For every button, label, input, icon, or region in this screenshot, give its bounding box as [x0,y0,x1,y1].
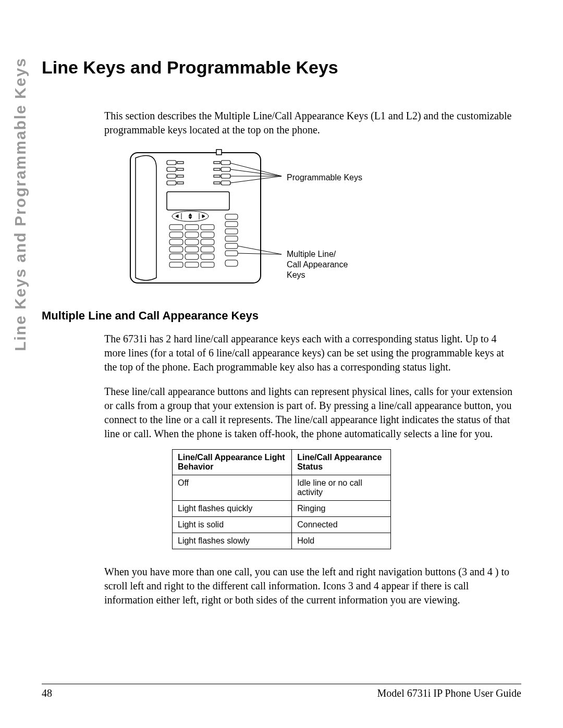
svg-rect-32 [185,246,199,252]
svg-rect-30 [201,239,214,245]
table-row: Light is solid Connected [173,517,391,533]
svg-rect-24 [201,225,214,230]
svg-rect-14 [214,175,220,177]
guide-title: Model 6731i IP Phone User Guide [377,687,521,699]
svg-rect-27 [201,232,214,238]
svg-rect-4 [167,167,176,171]
svg-rect-31 [169,246,183,252]
svg-rect-43 [225,236,238,241]
table-cell: Light flashes quickly [173,501,292,517]
callout-line-keys: Multiple Line/ Call Appearance Keys [287,249,348,280]
svg-rect-36 [201,254,214,260]
svg-rect-35 [185,254,199,260]
svg-rect-22 [169,225,183,230]
svg-rect-11 [221,161,230,165]
svg-rect-38 [185,262,199,267]
svg-rect-29 [185,239,199,245]
svg-rect-46 [225,260,238,266]
callout-programmable-keys: Programmable Keys [287,172,362,183]
svg-rect-40 [225,214,238,219]
svg-rect-25 [169,232,183,238]
table-cell: Light flashes slowly [173,533,292,549]
svg-rect-33 [201,246,214,252]
svg-rect-12 [214,168,220,170]
svg-rect-39 [201,262,214,267]
table-cell: Light is solid [173,517,292,533]
svg-rect-34 [169,254,183,260]
svg-rect-5 [177,168,183,170]
intro-paragraph: This section describes the Multiple Line… [104,109,516,137]
svg-rect-3 [177,162,183,164]
subheading: Multiple Line and Call Appearance Keys [42,309,521,323]
svg-rect-2 [167,161,176,165]
table-header-2: Line/Call Appearance Status [292,450,391,475]
phone-diagram: Programmable Keys Multiple Line/ Call Ap… [125,147,417,288]
svg-rect-10 [214,162,220,164]
svg-rect-8 [167,181,176,185]
svg-rect-1 [216,150,222,155]
table-header-row: Line/Call Appearance Light Behavior Line… [173,450,391,475]
svg-rect-6 [167,174,176,178]
table-cell: Idle line or no call activity [292,475,391,501]
page-footer: 48 Model 6731i IP Phone User Guide [42,684,521,699]
footer-divider [42,684,521,684]
table-cell: Connected [292,517,391,533]
table-row: Light flashes slowly Hold [173,533,391,549]
svg-rect-15 [221,174,230,178]
table-cell: Ringing [292,501,391,517]
svg-rect-42 [225,229,238,234]
light-behavior-table: Line/Call Appearance Light Behavior Line… [172,449,391,549]
svg-rect-26 [185,232,199,238]
svg-rect-41 [225,221,238,227]
table-header-1: Line/Call Appearance Light Behavior [173,450,292,475]
svg-rect-18 [167,192,229,210]
phone-illustration [125,147,282,288]
svg-rect-37 [169,262,183,267]
svg-rect-7 [177,175,183,177]
svg-rect-9 [177,182,183,184]
page-number: 48 [42,687,52,699]
svg-rect-44 [225,243,238,249]
svg-rect-45 [225,251,238,256]
svg-rect-13 [221,167,230,171]
svg-rect-17 [221,181,230,185]
paragraph-3: When you have more than one call, you ca… [104,565,516,607]
svg-rect-16 [214,182,220,184]
table-row: Off Idle line or no call activity [173,475,391,501]
svg-rect-28 [169,239,183,245]
table-cell: Hold [292,533,391,549]
sidebar-section-label: Line Keys and Programmable Keys [11,57,29,351]
table-cell: Off [173,475,292,501]
paragraph-2: These line/call appearance buttons and l… [104,385,516,441]
paragraph-1: The 6731i has 2 hard line/call appearanc… [104,332,516,374]
svg-rect-23 [185,225,199,230]
page-heading: Line Keys and Programmable Keys [42,57,521,78]
table-row: Light flashes quickly Ringing [173,501,391,517]
